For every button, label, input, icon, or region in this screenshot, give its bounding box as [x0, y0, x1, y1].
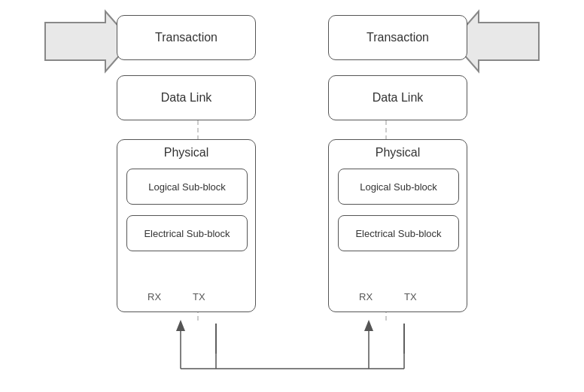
left-transaction-box: Transaction	[117, 15, 256, 60]
left-datalink-label: Data Link	[161, 91, 212, 105]
right-electrical-sub-label: Electrical Sub-block	[355, 228, 441, 239]
left-logical-sub-label: Logical Sub-block	[148, 181, 226, 193]
diagram-svg	[0, 0, 584, 392]
left-physical-outer: Physical Logical Sub-block Electrical Su…	[117, 139, 256, 312]
right-transaction-box: Transaction	[328, 15, 467, 60]
right-datalink-label: Data Link	[373, 91, 424, 105]
svg-marker-5	[176, 320, 185, 331]
right-logical-sub-label: Logical Sub-block	[360, 181, 437, 193]
diagram-container: Transaction Data Link Physical Logical S…	[0, 0, 584, 392]
right-datalink-box: Data Link	[328, 75, 467, 120]
left-rx-label: RX	[148, 291, 161, 302]
left-tx-label: TX	[193, 291, 205, 302]
right-physical-outer: Physical Logical Sub-block Electrical Su…	[328, 139, 467, 312]
left-datalink-box: Data Link	[117, 75, 256, 120]
right-electrical-sub-box: Electrical Sub-block	[338, 215, 459, 251]
left-physical-title: Physical	[117, 146, 255, 160]
left-logical-sub-box: Logical Sub-block	[126, 169, 248, 205]
right-logical-sub-box: Logical Sub-block	[338, 169, 459, 205]
left-electrical-sub-label: Electrical Sub-block	[144, 228, 230, 239]
right-tx-label: TX	[404, 291, 417, 302]
left-electrical-sub-box: Electrical Sub-block	[126, 215, 248, 251]
left-transaction-label: Transaction	[155, 31, 217, 44]
right-rx-label: RX	[359, 291, 373, 302]
right-physical-title: Physical	[329, 146, 467, 160]
right-transaction-label: Transaction	[367, 31, 429, 44]
svg-marker-7	[364, 320, 373, 331]
